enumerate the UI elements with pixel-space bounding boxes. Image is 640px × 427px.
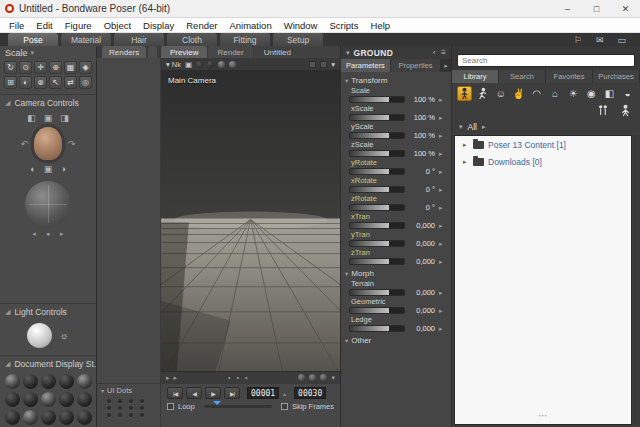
pull-tab-icon[interactable]: ▸ [166, 374, 170, 382]
display-style-swatch[interactable] [77, 410, 92, 425]
close-button[interactable]: ✕ [611, 0, 640, 17]
tab-preview[interactable]: Preview [161, 46, 207, 58]
expand-icon[interactable]: ▸ [463, 158, 469, 166]
expression-category-icon[interactable]: ☺ [493, 86, 508, 101]
right-camera-icon[interactable]: ◨ [60, 113, 69, 123]
display-style-swatch[interactable] [41, 374, 56, 389]
param-dial[interactable] [349, 258, 405, 265]
param-options-icon[interactable]: ▸ [439, 96, 443, 104]
panel-menu-icon[interactable]: ≡ [441, 48, 446, 57]
render-style-button[interactable] [229, 61, 236, 68]
tool-scale-button[interactable]: ▦ [64, 61, 77, 74]
param-options-icon[interactable]: ▸ [439, 114, 443, 122]
posing-camera-icon[interactable]: ▣ [44, 164, 53, 174]
menu-scripts[interactable]: Scripts [323, 20, 364, 31]
menu-animation[interactable]: Animation [223, 20, 277, 31]
tree-item-poser-13-content[interactable]: ▸ Poser 13 Content [1] [455, 136, 631, 153]
display-style-swatch[interactable] [23, 410, 38, 425]
param-options-icon[interactable]: ▸ [439, 132, 443, 140]
camera-controls-header[interactable]: ◢ Camera Controls [0, 94, 96, 111]
chat-icon[interactable]: ✉ [596, 35, 604, 45]
tab-setup[interactable]: Setup [273, 33, 323, 46]
display-style-swatch[interactable] [41, 410, 56, 425]
last-frame-button[interactable]: ▶| [224, 387, 240, 399]
param-value[interactable]: 0,000 [408, 306, 435, 315]
ui-dot[interactable] [129, 413, 133, 417]
param-value[interactable]: 0,000 [408, 239, 435, 248]
tab-overflow-icon[interactable]: ▸ [441, 59, 451, 72]
tab-pose[interactable]: Pose [8, 33, 58, 46]
display-style-swatch[interactable] [5, 374, 20, 389]
param-value[interactable]: 0,000 [408, 288, 435, 297]
tree-item-label[interactable]: Poser 13 Content [1] [488, 140, 566, 150]
chevron-down-icon[interactable]: ▾ [331, 374, 335, 382]
ui-dot[interactable] [118, 406, 122, 410]
display-style-swatch[interactable] [5, 410, 20, 425]
expand-icon[interactable]: ▸ [463, 141, 469, 149]
param-value[interactable]: 100 % [408, 95, 435, 104]
display-style-swatch[interactable] [41, 392, 56, 407]
ui-dot[interactable] [107, 413, 111, 417]
tab-parameters[interactable]: Parameters [341, 59, 390, 72]
tool-twist-button[interactable]: ⊙ [19, 61, 32, 74]
camera-center-icon[interactable]: ● [46, 230, 50, 238]
camera-trackball[interactable] [25, 181, 71, 227]
first-frame-button[interactable]: |◀ [167, 387, 183, 399]
menu-object[interactable]: Object [98, 20, 137, 31]
back-chevron-icon[interactable]: ‹ [433, 48, 436, 57]
collections-category-icon[interactable] [595, 103, 610, 118]
camera-right-icon[interactable]: ▸ [60, 230, 64, 238]
scenes-category-icon[interactable]: ◒ [620, 86, 635, 101]
loop-checkbox[interactable] [167, 403, 174, 410]
screen-icon[interactable]: ▭ [617, 35, 626, 45]
tool-taper-button[interactable]: ◈ [79, 61, 92, 74]
figures-category-icon[interactable] [457, 86, 472, 101]
param-dial[interactable] [349, 150, 405, 157]
display-style-swatch[interactable] [5, 392, 20, 407]
selected-element-name[interactable]: GROUND [354, 48, 394, 58]
render-style-button[interactable] [196, 61, 203, 68]
depth-cue-toggle[interactable] [298, 374, 305, 381]
display-style-swatch[interactable] [59, 374, 74, 389]
menu-figure[interactable]: Figure [59, 20, 98, 31]
param-value[interactable]: 0 ° [408, 203, 435, 212]
morphs-category-icon[interactable] [618, 103, 633, 118]
param-value[interactable]: 0,000 [408, 221, 435, 230]
param-dial[interactable] [349, 114, 405, 121]
camera-icon[interactable]: ▣ [185, 60, 192, 69]
param-dial[interactable] [349, 289, 405, 296]
tab-search[interactable]: Search [499, 70, 545, 83]
param-options-icon[interactable]: ▸ [439, 307, 443, 315]
render-style-button[interactable] [207, 61, 214, 68]
tab-properties[interactable]: Properties [391, 59, 440, 72]
document-display-header[interactable]: ◢ Document Display St... [0, 355, 96, 372]
param-options-icon[interactable]: ▸ [439, 222, 443, 230]
props-category-icon[interactable]: ⌂ [548, 86, 563, 101]
tool-rotate-button[interactable]: ↻ [4, 61, 17, 74]
light-bulb-icon[interactable]: ☼ [59, 330, 68, 341]
menu-render[interactable]: Render [180, 20, 223, 31]
tab-purchases[interactable]: Purchases [593, 70, 639, 83]
rotate-left-icon[interactable]: ↶ [20, 139, 28, 149]
main-camera-icon[interactable]: ▣ [44, 113, 53, 123]
menu-window[interactable]: Window [278, 20, 324, 31]
poses-category-icon[interactable] [475, 86, 490, 101]
chevron-right-icon[interactable]: ▸ [482, 123, 486, 131]
end-frame-field[interactable]: 00030 [294, 387, 326, 399]
menu-file[interactable]: File [3, 20, 30, 31]
display-style-swatch[interactable] [77, 392, 92, 407]
previous-frame-button[interactable]: ◀ [186, 387, 202, 399]
library-filter-row[interactable]: ▾ All ▸ [452, 119, 640, 135]
tree-item-label[interactable]: Downloads [0] [488, 157, 542, 167]
tool-translate-inout-button[interactable]: ⊕ [49, 61, 62, 74]
tool-grouping-button[interactable]: ⊗ [34, 76, 47, 89]
tab-fitting[interactable]: Fitting [220, 33, 270, 46]
param-dial[interactable] [349, 307, 405, 314]
preview-viewport[interactable]: Main Camera [161, 70, 340, 371]
display-style-swatch[interactable] [59, 392, 74, 407]
tracking-toggle[interactable] [320, 374, 327, 381]
tab-renders[interactable]: Renders [102, 46, 146, 58]
more-options-dots[interactable]: ⋯ [455, 410, 631, 424]
param-options-icon[interactable]: ▸ [439, 168, 443, 176]
ui-dots-header[interactable]: ▾ UI Dots [101, 386, 156, 395]
